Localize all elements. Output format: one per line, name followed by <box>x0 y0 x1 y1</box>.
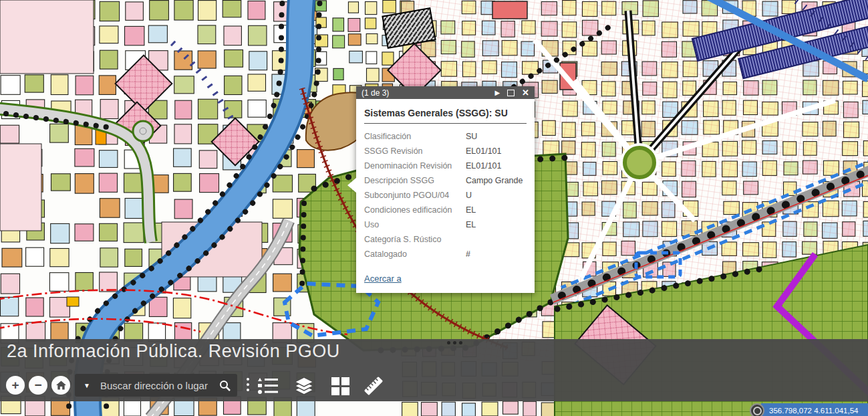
field-row: UsoEL <box>364 217 527 232</box>
legend-button[interactable] <box>256 374 280 398</box>
field-row: Denominación RevisiónEL01/101 <box>364 159 527 173</box>
maximize-icon[interactable] <box>507 90 515 96</box>
coordinates-value: 356.798,072 4.611.041,54 <box>761 403 868 416</box>
basemap-gallery-button[interactable] <box>328 374 352 398</box>
zoom-out-button[interactable]: − <box>29 376 47 395</box>
home-icon <box>56 381 66 390</box>
close-icon[interactable]: ✕ <box>522 88 529 97</box>
field-row: Subconjunto PGOU/04U <box>364 188 527 203</box>
search-widget: ▼ <box>75 374 237 397</box>
search-dropdown-icon[interactable]: ▼ <box>75 382 99 389</box>
popup-pager: (1 de 3) <box>361 88 487 98</box>
popup-body: Sistemas Generales (SSGG): SU Clasificac… <box>356 99 535 293</box>
coordinate-readout: 356.798,072 4.611.041,54 <box>750 403 868 416</box>
app-window: (1 de 3) ▶ ✕ Sistemas Generales (SSGG): … <box>0 0 868 416</box>
zoom-in-button[interactable]: + <box>6 376 25 395</box>
search-icon <box>219 380 231 391</box>
popup-header: (1 de 3) ▶ ✕ <box>356 86 535 99</box>
field-row: Catalogado# <box>364 247 527 262</box>
bottom-bar: 2a Información Pública. Revisión PGOU + … <box>0 339 868 401</box>
basemap-grid-icon <box>331 377 349 395</box>
attribute-fields: ClasificaciónSU SSGG RevisiónEL01/101 De… <box>364 129 527 262</box>
home-button[interactable] <box>51 376 70 395</box>
zoom-to-link[interactable]: Acercar a <box>364 274 402 284</box>
popup-pointer <box>347 178 356 193</box>
overflow-menu-icon[interactable] <box>244 378 252 391</box>
measure-button[interactable] <box>361 374 386 398</box>
search-button[interactable] <box>212 380 237 391</box>
layers-icon <box>295 377 313 395</box>
locate-crosshair-icon[interactable] <box>750 403 764 416</box>
legend-icon <box>258 378 278 394</box>
next-feature-icon[interactable]: ▶ <box>494 90 500 96</box>
layers-button[interactable] <box>292 374 316 398</box>
popup-title: Sistemas Generales (SSGG): SU <box>364 105 527 124</box>
field-row: Condiciones edificaciónEL <box>364 203 527 217</box>
page-title: 2a Información Pública. Revisión PGOU <box>7 341 340 362</box>
field-row: ClasificaciónSU <box>364 129 527 144</box>
search-input[interactable] <box>99 379 212 392</box>
ruler-icon <box>361 374 386 398</box>
field-row: SSGG RevisiónEL01/101 <box>364 144 527 159</box>
field-row: Descripción SSGGCampo Grande <box>364 173 527 188</box>
field-row: Categoría S. Rústico <box>364 232 527 247</box>
attribute-table-handle[interactable] <box>447 341 462 344</box>
feature-popup: (1 de 3) ▶ ✕ Sistemas Generales (SSGG): … <box>356 86 535 293</box>
